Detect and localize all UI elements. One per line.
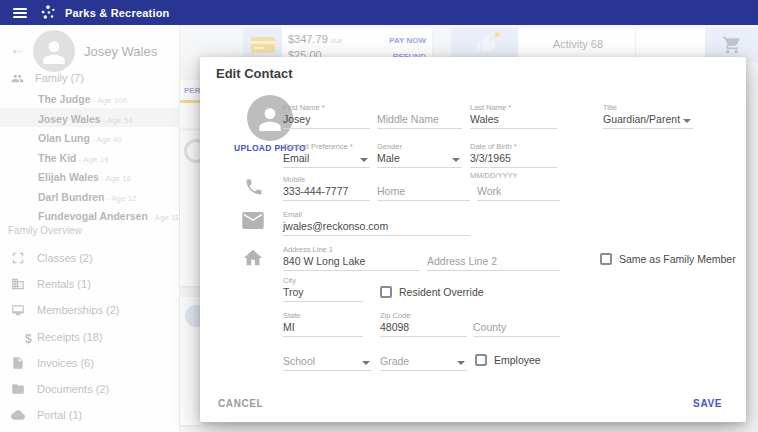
title-label: Title (603, 103, 617, 112)
first-name-field[interactable]: First Name * Josey (283, 103, 370, 129)
phone-icon (244, 177, 264, 197)
date-of-birth-value: 3/3/1965 (470, 152, 511, 164)
chevron-down-icon (362, 361, 370, 365)
app-title: Parks & Recreation (65, 7, 169, 19)
email-icon (242, 212, 264, 229)
app-window: Parks & Recreation ← Josey Wales Family … (0, 0, 758, 432)
title-value: Guardian/Parent (603, 113, 680, 125)
contact-preference-value: Email (283, 152, 309, 164)
zip-code-label: Zip Code (380, 311, 410, 320)
mobile-value: 333-444-7777 (283, 185, 348, 197)
title-select[interactable]: Title Guardian/Parent (603, 103, 693, 129)
last-name-label: Last Name * (470, 103, 511, 112)
state-field[interactable]: State MI (283, 311, 363, 337)
home-phone-placeholder: Home (377, 185, 405, 197)
address-line-2-field[interactable]: Address Line 2 (427, 245, 560, 271)
zip-code-field[interactable]: Zip Code 48098 (380, 311, 467, 337)
same-as-family-member-label: Same as Family Member (619, 253, 736, 265)
zip-code-value: 48098 (380, 321, 409, 333)
app-logo-icon (39, 4, 57, 22)
menu-icon[interactable] (13, 8, 27, 18)
checkbox-box (600, 253, 612, 265)
resident-override-checkbox[interactable]: Resident Override (380, 286, 484, 298)
grade-select[interactable]: Grade (380, 345, 467, 371)
date-of-birth-field[interactable]: Date of Birth * 3/3/1965 (470, 142, 557, 168)
mobile-phone-field[interactable]: Mobile 333-444-7777 (283, 175, 370, 201)
gender-select[interactable]: Gender Male (377, 142, 462, 168)
checkbox-box (475, 354, 487, 366)
state-value: MI (283, 321, 295, 333)
address-line-2-placeholder: Address Line 2 (427, 255, 497, 267)
state-label: State (283, 311, 301, 320)
edit-contact-dialog: Edit Contact UPLOAD PHOTO First Name * J… (200, 57, 746, 422)
home-phone-field[interactable]: Home (377, 175, 470, 201)
middle-name-field[interactable]: Middle Name (377, 103, 462, 129)
employee-checkbox[interactable]: Employee (475, 354, 541, 366)
work-phone-field[interactable]: Work (477, 175, 560, 201)
email-field[interactable]: Email jwales@reckonso.com (283, 210, 470, 236)
chevron-down-icon (683, 119, 691, 123)
dialog-title: Edit Contact (216, 66, 293, 81)
topbar: Parks & Recreation (0, 0, 758, 25)
date-of-birth-label: Date of Birth * (470, 142, 517, 151)
same-as-family-member-checkbox[interactable]: Same as Family Member (600, 253, 736, 265)
school-placeholder: School (283, 355, 315, 367)
gender-value: Male (377, 152, 400, 164)
chevron-down-icon (457, 361, 465, 365)
cancel-button[interactable]: CANCEL (218, 398, 263, 409)
chevron-down-icon (360, 158, 368, 162)
city-value: Troy (283, 286, 304, 298)
county-placeholder: County (473, 321, 506, 333)
address-line-1-field[interactable]: Address Line 1 840 W Long Lake (283, 245, 420, 271)
resident-override-label: Resident Override (399, 286, 484, 298)
work-phone-placeholder: Work (477, 185, 501, 197)
contact-preference-select[interactable]: Contact Preference * Email (283, 142, 370, 168)
county-field[interactable]: County (473, 311, 560, 337)
city-label: City (283, 276, 296, 285)
chevron-down-icon (452, 158, 460, 162)
first-name-label: First Name * (283, 103, 325, 112)
email-label: Email (283, 210, 302, 219)
first-name-value: Josey (283, 113, 310, 125)
gender-label: Gender (377, 142, 402, 151)
mobile-label: Mobile (283, 175, 305, 184)
home-icon (241, 247, 265, 269)
last-name-field[interactable]: Last Name * Wales (470, 103, 557, 129)
last-name-value: Wales (470, 113, 499, 125)
employee-label: Employee (494, 354, 541, 366)
city-field[interactable]: City Troy (283, 276, 363, 302)
save-button[interactable]: SAVE (693, 398, 722, 409)
contact-preference-label: Contact Preference * (283, 142, 353, 151)
checkbox-box (380, 286, 392, 298)
school-select[interactable]: School (283, 345, 372, 371)
middle-name-placeholder: Middle Name (377, 113, 439, 125)
address-line-1-value: 840 W Long Lake (283, 255, 365, 267)
email-value: jwales@reckonso.com (283, 220, 388, 232)
grade-placeholder: Grade (380, 355, 409, 367)
address-line-1-label: Address Line 1 (283, 245, 333, 254)
